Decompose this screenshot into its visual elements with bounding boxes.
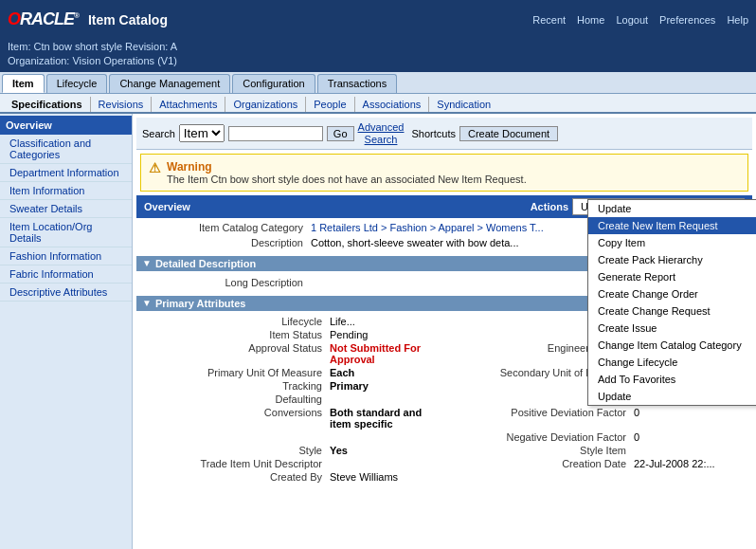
tracking-row: Tracking Primary Pricing Primary bbox=[140, 379, 748, 393]
tab-item[interactable]: Item bbox=[2, 74, 45, 93]
lifecycle-value[interactable]: Life... bbox=[330, 316, 444, 327]
primary-uom-label: Primary Unit Of Measure bbox=[140, 367, 330, 378]
tab-lifecycle[interactable]: Lifecycle bbox=[46, 74, 108, 93]
defaulting-value bbox=[330, 393, 444, 405]
app-header: ORACLE® Item Catalog Recent Home Logout … bbox=[0, 0, 756, 40]
advanced-search-link[interactable]: Advanced Search bbox=[358, 121, 405, 144]
item-status-right bbox=[444, 329, 748, 340]
sidebar-item-overview[interactable]: Overview bbox=[0, 116, 132, 135]
tab-configuration[interactable]: Configuration bbox=[232, 74, 315, 93]
lifecycle-row: Lifecycle Life... bbox=[140, 315, 748, 328]
tracking-left: Tracking Primary bbox=[140, 380, 444, 392]
uom-row: Primary Unit Of Measure Each Secondary U… bbox=[140, 366, 748, 379]
tab-syndication[interactable]: Syndication bbox=[429, 97, 498, 112]
actions-area: Actions Update Create New Item Request C… bbox=[531, 198, 745, 215]
pricing-label: Pricing bbox=[444, 380, 634, 392]
long-desc-value bbox=[311, 277, 748, 288]
primary-uom-value: Each bbox=[330, 367, 444, 378]
conversions-row: Conversions Both standard and item speci… bbox=[140, 406, 748, 430]
created-by-value[interactable]: Steve Williams bbox=[330, 471, 444, 483]
search-input[interactable] bbox=[228, 126, 323, 141]
category-value[interactable]: 1 Retailers Ltd > Fashion > Apparel > Wo… bbox=[311, 222, 748, 233]
engineering-item-value: Yes bbox=[634, 342, 748, 365]
tab-attachments[interactable]: Attachments bbox=[152, 97, 225, 112]
description-row: Description Cotton, short-sleeve sweater… bbox=[140, 235, 748, 250]
sidebar-item-fashion[interactable]: Fashion Information bbox=[0, 247, 132, 265]
neg-deviation-row: Negative Deviation Factor 0 bbox=[140, 430, 748, 444]
tab-specifications[interactable]: Specifications bbox=[4, 97, 91, 112]
secondary-tabs: Specifications Revisions Attachments Org… bbox=[0, 94, 756, 114]
tab-change-management[interactable]: Change Management bbox=[109, 74, 230, 93]
primary-attr-header[interactable]: ▼ Primary Attributes bbox=[136, 296, 752, 311]
trade-item-row: Trade Item Unit Descriptor Creation Date… bbox=[140, 457, 748, 470]
created-by-row: Created By Steve Williams bbox=[140, 470, 748, 484]
warning-content: Warning The Item Ctn bow short style doe… bbox=[167, 160, 527, 185]
tab-people[interactable]: People bbox=[306, 97, 354, 112]
sidebar-item-descriptive[interactable]: Descriptive Attributes bbox=[0, 284, 132, 302]
engineering-item-label: Engineering Item bbox=[444, 342, 634, 365]
breadcrumb-line1: Item: Ctn bow short style Revision: A bbox=[8, 40, 748, 54]
uom-left: Primary Unit Of Measure Each bbox=[140, 367, 444, 378]
pricing-value: Primary bbox=[634, 380, 748, 392]
sidebar-item-sweater[interactable]: Sweater Details bbox=[0, 200, 132, 218]
advanced-search-line2: Search bbox=[365, 134, 398, 145]
creation-date-value: 22-Jul-2008 22:... bbox=[634, 458, 748, 469]
detailed-desc-header[interactable]: ▼ Detailed Description bbox=[136, 256, 752, 271]
approval-row: Approval Status Not Submitted For Approv… bbox=[140, 341, 748, 366]
sidebar-item-location[interactable]: Item Location/Org Details bbox=[0, 218, 132, 247]
conversions-left: Conversions Both standard and item speci… bbox=[140, 407, 444, 430]
oracle-logo: ORACLE® bbox=[8, 9, 79, 29]
tab-organizations[interactable]: Organizations bbox=[225, 97, 306, 112]
home-link[interactable]: Home bbox=[577, 14, 604, 26]
overview-section-header: Overview Actions Update Create New Item … bbox=[136, 195, 752, 218]
sidebar-item-classification[interactable]: Classification and Categories bbox=[0, 135, 132, 164]
long-desc-row: Long Description bbox=[140, 275, 748, 290]
category-row: Item Catalog Category 1 Retailers Ltd > … bbox=[140, 220, 748, 235]
search-go-button[interactable]: Go bbox=[327, 126, 354, 141]
description-label: Description bbox=[140, 237, 311, 248]
sidebar-item-item-info[interactable]: Item Information bbox=[0, 182, 132, 200]
actions-select[interactable]: Update Create New Item Request Copy Item… bbox=[572, 198, 745, 215]
positive-deviation-label: Positive Deviation Factor bbox=[444, 407, 634, 430]
item-status-value: Pending bbox=[330, 329, 444, 340]
app-title: Item Catalog bbox=[88, 12, 168, 27]
lifecycle-right bbox=[444, 316, 748, 327]
sidebar-item-fabric[interactable]: Fabric Information bbox=[0, 265, 132, 284]
help-link[interactable]: Help bbox=[727, 14, 748, 26]
content-area: Search Item Go Advanced Search Shortcuts… bbox=[133, 114, 756, 549]
logo-area: ORACLE® Item Catalog bbox=[8, 9, 168, 29]
tab-transactions[interactable]: Transactions bbox=[317, 74, 398, 93]
lifecycle-left: Lifecycle Life... bbox=[140, 316, 444, 327]
item-status-row: Item Status Pending bbox=[140, 328, 748, 341]
approval-label: Approval Status bbox=[140, 342, 330, 365]
preferences-link[interactable]: Preferences bbox=[659, 14, 715, 26]
approval-right: Engineering Item Yes bbox=[444, 342, 748, 365]
search-bar: Search Item Go Advanced Search Shortcuts… bbox=[136, 118, 752, 149]
category-label: Item Catalog Category bbox=[140, 222, 311, 233]
breadcrumb-line2: Organization: Vision Operations (V1) bbox=[8, 54, 748, 68]
search-label: Search bbox=[142, 128, 175, 139]
tab-associations[interactable]: Associations bbox=[355, 97, 430, 112]
created-by-left: Created By Steve Williams bbox=[140, 471, 444, 483]
app-wrapper: ORACLE® Item Catalog Recent Home Logout … bbox=[0, 0, 756, 549]
overview-data: Item Catalog Category 1 Retailers Ltd > … bbox=[136, 218, 752, 252]
recent-link[interactable]: Recent bbox=[532, 14, 566, 26]
style-right: Style Item bbox=[444, 445, 748, 456]
search-select[interactable]: Item bbox=[179, 124, 225, 142]
style-value: Yes bbox=[330, 445, 444, 456]
tracking-value: Primary bbox=[330, 380, 444, 392]
shortcuts-label: Shortcuts bbox=[411, 128, 455, 139]
sidebar: Overview Classification and Categories D… bbox=[0, 114, 133, 549]
tab-revisions[interactable]: Revisions bbox=[91, 97, 153, 112]
neg-deviation-right: Negative Deviation Factor 0 bbox=[444, 431, 748, 443]
main-area: Overview Classification and Categories D… bbox=[0, 114, 756, 549]
detailed-desc-label: Detailed Description bbox=[155, 258, 256, 269]
create-document-button[interactable]: Create Document bbox=[459, 126, 558, 141]
style-label: Style bbox=[140, 445, 330, 456]
uom-right: Secondary Unit of Measure bbox=[444, 367, 748, 378]
advanced-search-line1: Advanced bbox=[358, 121, 405, 133]
logout-link[interactable]: Logout bbox=[616, 14, 648, 26]
warning-message: The Item Ctn bow short style does not ha… bbox=[167, 174, 527, 185]
trade-item-right: Creation Date 22-Jul-2008 22:... bbox=[444, 458, 748, 469]
sidebar-item-department[interactable]: Department Information bbox=[0, 164, 132, 182]
